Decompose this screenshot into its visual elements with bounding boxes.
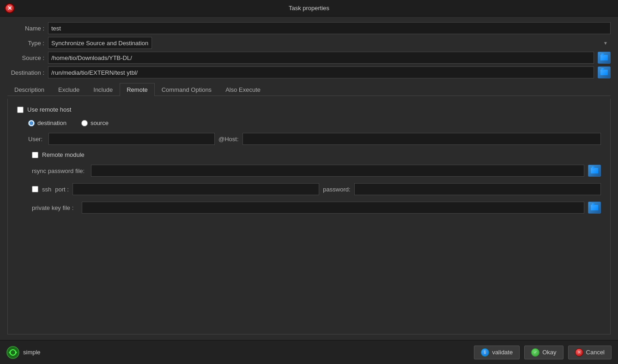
- footer-right: ℹ validate ✓ Okay ✕ Cancel: [474, 346, 612, 359]
- remote-module-checkbox[interactable]: [32, 152, 38, 158]
- main-window: ✕ Task properties Name : Type : Synchron…: [0, 0, 618, 364]
- source-input[interactable]: [48, 52, 594, 64]
- user-input[interactable]: [48, 133, 215, 145]
- remote-module-row: Remote module: [17, 151, 601, 158]
- tabs-bar: Description Exclude Include Remote Comma…: [7, 83, 611, 96]
- tab-exclude[interactable]: Exclude: [51, 83, 86, 96]
- port-label: port :: [55, 186, 69, 193]
- destination-radio[interactable]: [28, 120, 35, 126]
- user-host-row: User: @Host:: [17, 133, 601, 145]
- private-key-input[interactable]: [82, 202, 584, 214]
- host-input[interactable]: [242, 133, 601, 145]
- okay-icon: ✓: [531, 348, 539, 357]
- browse-icon-4: [591, 205, 598, 210]
- simple-sync-icon: [6, 346, 19, 359]
- tab-command-options[interactable]: Command Options: [155, 83, 218, 96]
- validate-icon: ℹ: [481, 348, 489, 357]
- tab-description[interactable]: Description: [7, 83, 51, 96]
- source-row: Source :: [7, 52, 611, 64]
- radio-source: source: [81, 119, 109, 126]
- destination-radio-label: destination: [37, 119, 67, 126]
- password-input[interactable]: [354, 183, 601, 195]
- private-key-label: private key file :: [32, 204, 78, 211]
- remote-section: Use remote host destination source User:: [17, 106, 601, 214]
- validate-button[interactable]: ℹ validate: [474, 346, 520, 359]
- radio-destination: destination: [28, 119, 67, 126]
- tab-include[interactable]: Include: [86, 83, 120, 96]
- main-content: Name : Type : Synchronize Source and Des…: [0, 17, 618, 340]
- validate-label: validate: [492, 349, 513, 356]
- tab-remote[interactable]: Remote: [120, 83, 155, 96]
- rsync-password-label: rsync password file:: [32, 167, 87, 174]
- use-remote-host-checkbox[interactable]: [17, 107, 24, 113]
- rsync-password-input[interactable]: [91, 165, 584, 177]
- use-remote-host-row: Use remote host: [17, 106, 601, 113]
- user-label: User:: [28, 136, 45, 143]
- remote-tab-content: Use remote host destination source User:: [7, 99, 611, 334]
- rsync-password-row: rsync password file:: [17, 165, 601, 177]
- simple-label: simple: [23, 349, 41, 356]
- use-remote-host-label: Use remote host: [27, 106, 71, 113]
- okay-label: Okay: [542, 349, 556, 356]
- tab-also-execute[interactable]: Also Execute: [218, 83, 267, 96]
- ssh-label: ssh: [42, 186, 51, 193]
- svg-point-0: [7, 346, 19, 358]
- titlebar: ✕ Task properties: [0, 0, 618, 17]
- private-key-row: private key file :: [17, 202, 601, 214]
- source-label: Source :: [7, 54, 44, 61]
- rsync-password-browse-button[interactable]: [588, 165, 601, 177]
- close-button[interactable]: ✕: [5, 3, 15, 13]
- remote-radios: destination source: [17, 119, 601, 126]
- okay-button[interactable]: ✓ Okay: [524, 346, 563, 359]
- type-select[interactable]: Synchronize Source and Destination: [48, 37, 152, 49]
- name-label: Name :: [7, 25, 44, 32]
- cancel-icon: ✕: [575, 348, 583, 357]
- browse-icon-3: [591, 168, 598, 173]
- name-input[interactable]: [48, 22, 611, 34]
- browse-icon-2: [600, 70, 608, 75]
- host-label: @Host:: [218, 136, 239, 143]
- ssh-checkbox[interactable]: [32, 186, 38, 192]
- destination-label: Destination :: [7, 69, 44, 76]
- type-label: Type :: [7, 40, 44, 47]
- window-title: Task properties: [289, 5, 329, 12]
- destination-row: Destination :: [7, 66, 611, 78]
- remote-module-label: Remote module: [42, 151, 85, 158]
- ssh-row: ssh port : password:: [17, 183, 601, 195]
- type-select-wrapper: Synchronize Source and Destination: [48, 37, 611, 49]
- type-row: Type : Synchronize Source and Destinatio…: [7, 37, 611, 49]
- browse-icon: [600, 55, 608, 60]
- password-label: password:: [323, 186, 350, 193]
- cancel-label: Cancel: [586, 349, 605, 356]
- source-radio-label: source: [91, 119, 109, 126]
- destination-browse-button[interactable]: [598, 66, 611, 78]
- source-radio[interactable]: [81, 120, 88, 126]
- name-row: Name :: [7, 22, 611, 34]
- cancel-button[interactable]: ✕ Cancel: [568, 346, 612, 359]
- port-input[interactable]: [73, 183, 319, 195]
- destination-input[interactable]: [48, 66, 594, 78]
- footer: simple ℹ validate ✓ Okay ✕ Cancel: [0, 340, 618, 364]
- source-browse-button[interactable]: [598, 52, 611, 64]
- private-key-browse-button[interactable]: [588, 202, 601, 214]
- footer-left: simple: [6, 346, 41, 359]
